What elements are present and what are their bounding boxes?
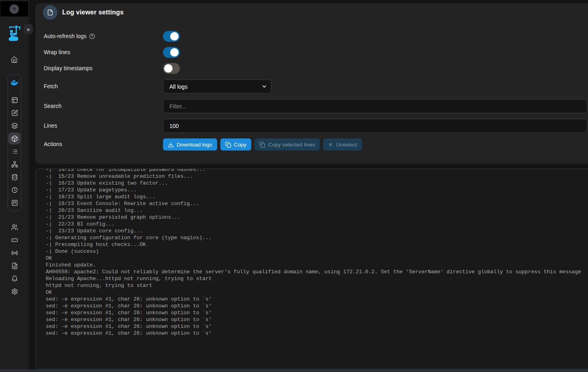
bell-icon — [11, 275, 18, 282]
copy-icon — [259, 142, 265, 148]
edit-icon — [11, 110, 18, 116]
document-badge-icon — [43, 5, 57, 20]
search-input[interactable] — [163, 99, 587, 113]
sidebar-bottom-group — [8, 221, 20, 298]
box-icon — [11, 135, 18, 142]
search-label: Search — [44, 103, 61, 109]
sidebar-item-home[interactable] — [8, 53, 20, 65]
sidebar-item-list[interactable] — [8, 145, 20, 157]
layout-icon — [11, 97, 18, 104]
copy-selected-lines-button[interactable]: Copy selected lines — [254, 138, 320, 150]
copy-icon — [225, 142, 231, 148]
log-viewer-settings-panel: Log viewer settings Auto-refresh logs Wr… — [35, 3, 588, 164]
lines-input[interactable] — [163, 119, 587, 133]
panel-header: Log viewer settings — [43, 5, 124, 20]
network-icon — [11, 161, 18, 168]
users-icon — [11, 224, 18, 231]
page-title: Log viewer settings — [62, 9, 124, 16]
sidebar-item-database[interactable] — [8, 171, 20, 183]
log-output-panel[interactable]: -| 14/23 Check for incompatible password… — [35, 169, 588, 369]
hard-drive-icon — [11, 237, 18, 244]
close-icon — [328, 142, 333, 147]
copy-button[interactable]: Copy — [220, 138, 252, 150]
app-logo-box — [0, 1, 28, 16]
sidebar-item-hard-drive[interactable] — [8, 234, 20, 246]
wrap-lines-toggle[interactable] — [163, 47, 180, 58]
sidebar-item-bell[interactable] — [8, 272, 20, 285]
sidebar-item-edit[interactable] — [8, 107, 20, 119]
download-icon — [168, 142, 174, 148]
wrap-lines-label: Wrap lines — [44, 49, 70, 55]
fetch-select-wrap: All logs — [163, 79, 271, 94]
broadcast-icon — [11, 250, 18, 256]
sidebar-item-users[interactable] — [8, 221, 20, 233]
auto-refresh-toggle[interactable] — [163, 31, 180, 42]
sidebar-item-layout[interactable] — [8, 94, 20, 106]
sidebar-item-clock[interactable] — [8, 184, 20, 196]
sidebar-item-settings[interactable] — [8, 285, 20, 297]
sidebar-expand-button[interactable]: » — [24, 24, 33, 34]
display-timestamps-label: Display timestamps — [44, 65, 92, 71]
fetch-label: Fetch — [44, 83, 58, 89]
auto-refresh-label: Auto-refresh logs — [44, 33, 95, 39]
sidebar-item-layers[interactable] — [8, 120, 20, 132]
lines-label: Lines — [44, 122, 57, 129]
actions-label: Actions — [44, 141, 62, 147]
gear-icon — [11, 288, 18, 295]
sidebar-item-box[interactable] — [8, 132, 20, 144]
docker-whale-icon — [10, 78, 19, 87]
sidebar-item-kanban[interactable] — [8, 197, 20, 209]
actions-row: Download logs Copy Copy selected lines U… — [163, 138, 362, 150]
sidebar-item-docker-extension[interactable] — [8, 77, 20, 89]
list-icon — [11, 148, 18, 155]
fetch-select[interactable]: All logs — [163, 79, 271, 94]
clock-icon — [11, 187, 18, 193]
bottom-status-strip — [0, 369, 588, 372]
update-arrow-icon[interactable] — [10, 4, 19, 14]
extension-crane-logo-icon[interactable] — [8, 23, 22, 42]
log-output-text[interactable]: -| 14/23 Check for incompatible password… — [36, 169, 588, 337]
file-text-icon — [11, 262, 18, 269]
extension-group — [8, 74, 21, 211]
layers-icon — [11, 122, 18, 129]
unselect-button[interactable]: Unselect — [323, 138, 362, 150]
sidebar: » — [0, 0, 29, 369]
kanban-icon — [11, 199, 18, 206]
help-circle-icon[interactable] — [89, 33, 95, 39]
sidebar-item-file[interactable] — [8, 260, 20, 272]
sidebar-item-broadcast[interactable] — [8, 247, 20, 259]
display-timestamps-toggle[interactable] — [163, 63, 180, 74]
home-icon — [11, 56, 18, 63]
database-icon — [11, 174, 18, 181]
download-logs-button[interactable]: Download logs — [163, 138, 217, 150]
sidebar-item-network[interactable] — [8, 158, 20, 170]
